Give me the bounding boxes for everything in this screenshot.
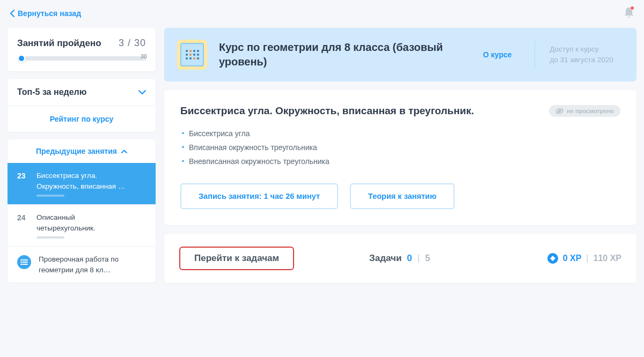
progress-thumb <box>17 54 26 63</box>
chevron-left-icon <box>10 10 14 17</box>
lesson-title-line1: Описанный <box>36 212 147 223</box>
lesson-progress-mini <box>36 236 64 239</box>
progress-card: Занятий пройдено 3 / 30 30 <box>8 28 156 71</box>
course-icon <box>177 40 207 70</box>
lesson-title-line2: геометрии для 8 кл… <box>39 265 147 276</box>
topic-item: Биссектриса угла <box>180 127 620 140</box>
tasks-done-count: 0 <box>407 253 412 264</box>
tasks-counter: Задачи 0 | 5 <box>369 253 430 264</box>
tasks-total-count: 5 <box>425 253 430 264</box>
divider <box>535 41 535 69</box>
list-icon <box>17 255 31 269</box>
course-title: Курс по геометрии для 8 класса (базовый … <box>219 40 471 69</box>
course-rating-button[interactable]: Рейтинг по курсу <box>8 106 156 132</box>
xp-current: 0 XP <box>563 254 582 263</box>
notifications-button[interactable] <box>624 6 634 20</box>
lesson-progress-mini <box>36 195 64 197</box>
xp-total: 110 XP <box>594 254 621 263</box>
lesson-item-24[interactable]: 24 Описанный четырехугольник. <box>8 204 156 246</box>
lesson-title-line2: четырехугольник. <box>36 223 147 234</box>
notification-dot <box>630 6 634 10</box>
back-label: Вернуться назад <box>18 9 81 18</box>
lesson-title-line1: Проверочная работа по <box>39 254 147 265</box>
lesson-item-test[interactable]: Проверочная работа по геометрии для 8 кл… <box>8 246 156 282</box>
progress-count: 3 / 30 <box>119 38 146 49</box>
chevron-up-icon <box>121 150 127 153</box>
about-course-link[interactable]: О курсе <box>483 50 523 59</box>
lesson-detail-title: Биссектриса угла. Окружность, вписанная … <box>180 105 474 117</box>
topic-list: Биссектриса угла Вписанная окружность тр… <box>180 127 620 168</box>
chevron-down-icon <box>138 90 146 95</box>
progress-bar[interactable]: 30 <box>17 56 146 61</box>
diamond-icon <box>547 253 558 264</box>
lessons-card: Предыдущие занятия 23 Биссектриса угла. … <box>8 139 156 282</box>
lesson-detail-card: Биссектриса угла. Окружность, вписанная … <box>164 90 636 225</box>
recording-button[interactable]: Запись занятия: 1 час 26 минут <box>180 183 338 209</box>
progress-max-label: 30 <box>141 53 147 59</box>
lesson-item-23[interactable]: 23 Биссектриса угла. Окружность, вписанн… <box>8 163 156 204</box>
tasks-label: Задачи <box>369 253 401 264</box>
topic-item: Вписанная окружность треугольника <box>180 140 620 154</box>
topic-item: Вневписанная окружность треугольника <box>180 154 620 168</box>
previous-lessons-label: Предыдущие занятия <box>36 147 117 155</box>
lesson-number: 23 <box>17 170 29 180</box>
lesson-number: 24 <box>17 212 29 222</box>
progress-title: Занятий пройдено <box>17 38 101 49</box>
lesson-title-line1: Биссектриса угла. <box>36 170 147 181</box>
tasks-card: Перейти к задачам Задачи 0 | 5 0 XP | 11… <box>164 234 636 283</box>
xp-counter: 0 XP | 110 XP <box>547 253 621 264</box>
go-to-tasks-button[interactable]: Перейти к задачам <box>179 247 294 270</box>
course-banner: Курс по геометрии для 8 класса (базовый … <box>164 28 636 81</box>
previous-lessons-toggle[interactable]: Предыдущие занятия <box>8 139 156 163</box>
top5-card: Топ-5 за неделю Рейтинг по курсу <box>8 79 156 132</box>
eye-off-icon <box>555 108 564 114</box>
theory-button[interactable]: Теория к занятию <box>350 183 455 209</box>
unseen-badge: не просмотрено <box>549 105 620 117</box>
lesson-title-line2: Окружность, вписанная … <box>36 181 147 192</box>
course-access-info: Доступ к курсу до 31 августа 2020 <box>547 44 613 66</box>
back-link[interactable]: Вернуться назад <box>10 9 81 18</box>
top5-title: Топ-5 за неделю <box>17 87 86 97</box>
top5-toggle[interactable]: Топ-5 за неделю <box>8 79 156 106</box>
